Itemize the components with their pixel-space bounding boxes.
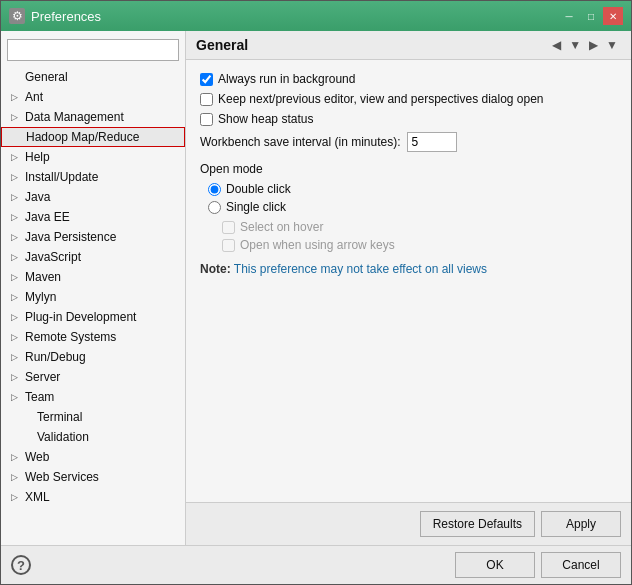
arrow-icon: ▷	[11, 192, 21, 202]
single-click-label: Single click	[226, 200, 286, 214]
sidebar-item-plugin-dev[interactable]: ▷ Plug-in Development	[1, 307, 185, 327]
sidebar-item-validation[interactable]: Validation	[1, 427, 185, 447]
title-bar: ⚙ Preferences ─ □ ✕	[1, 1, 631, 31]
arrow-icon: ▷	[11, 112, 21, 122]
arrow-icon: ▷	[11, 352, 21, 362]
sidebar-item-java-ee[interactable]: ▷ Java EE	[1, 207, 185, 227]
sidebar-item-label: XML	[25, 490, 179, 504]
search-box[interactable]	[7, 39, 179, 61]
arrow-icon: ▷	[11, 172, 21, 182]
back-button[interactable]: ◀	[549, 37, 564, 53]
arrow-icon: ▷	[11, 312, 21, 322]
sidebar-item-help[interactable]: ▷ Help	[1, 147, 185, 167]
workbench-save-row: Workbench save interval (in minutes):	[200, 132, 617, 152]
restore-defaults-button[interactable]: Restore Defaults	[420, 511, 535, 537]
sidebar-item-hadoop[interactable]: Hadoop Map/Reduce	[1, 127, 185, 147]
footer-left: ?	[11, 555, 31, 575]
sidebar-item-label: Validation	[37, 430, 179, 444]
arrow-icon: ▷	[11, 392, 21, 402]
arrow-icon: ▷	[11, 152, 21, 162]
sidebar: General ▷ Ant ▷ Data Management Hadoop M…	[1, 31, 186, 545]
arrow-icon: ▷	[11, 292, 21, 302]
open-arrow-keys-row: Open when using arrow keys	[222, 238, 617, 252]
nav-arrows: ◀ ▼ ▶ ▼	[549, 37, 621, 53]
minimize-button[interactable]: ─	[559, 7, 579, 25]
arrow-icon: ▷	[11, 232, 21, 242]
title-bar-left: ⚙ Preferences	[9, 8, 101, 24]
apply-button[interactable]: Apply	[541, 511, 621, 537]
sidebar-item-maven[interactable]: ▷ Maven	[1, 267, 185, 287]
arrow-icon: ▷	[11, 252, 21, 262]
sidebar-item-ant[interactable]: ▷ Ant	[1, 87, 185, 107]
sidebar-item-label: JavaScript	[25, 250, 179, 264]
forward-dropdown-button[interactable]: ▼	[603, 37, 621, 53]
sidebar-item-install-update[interactable]: ▷ Install/Update	[1, 167, 185, 187]
sidebar-item-label: Plug-in Development	[25, 310, 179, 324]
radio-group: Double click Single click	[200, 182, 617, 214]
sidebar-item-label: Remote Systems	[25, 330, 179, 344]
sidebar-item-xml[interactable]: ▷ XML	[1, 487, 185, 507]
select-on-hover-label: Select on hover	[240, 220, 323, 234]
open-mode-label: Open mode	[200, 162, 617, 176]
double-click-row: Double click	[208, 182, 617, 196]
ok-button[interactable]: OK	[455, 552, 535, 578]
select-on-hover-checkbox[interactable]	[222, 221, 235, 234]
always-run-label: Always run in background	[218, 72, 355, 86]
window-title: Preferences	[31, 9, 101, 24]
search-input[interactable]	[7, 39, 179, 61]
sidebar-item-mylyn[interactable]: ▷ Mylyn	[1, 287, 185, 307]
sidebar-item-label: Java	[25, 190, 179, 204]
keep-dialog-checkbox[interactable]	[200, 93, 213, 106]
content-header: General ◀ ▼ ▶ ▼	[186, 31, 631, 60]
content-body: Always run in background Keep next/previ…	[186, 60, 631, 502]
sidebar-item-javascript[interactable]: ▷ JavaScript	[1, 247, 185, 267]
arrow-icon: ▷	[11, 452, 21, 462]
workbench-save-input[interactable]	[407, 132, 457, 152]
sidebar-item-label: Maven	[25, 270, 179, 284]
single-click-row: Single click	[208, 200, 617, 214]
footer-buttons: OK Cancel	[455, 552, 621, 578]
footer: ? OK Cancel	[1, 545, 631, 584]
sidebar-item-label: Mylyn	[25, 290, 179, 304]
title-bar-controls: ─ □ ✕	[559, 7, 623, 25]
content-area: General ◀ ▼ ▶ ▼ Always run in background…	[186, 31, 631, 545]
help-button[interactable]: ?	[11, 555, 31, 575]
arrow-icon: ▷	[11, 212, 21, 222]
arrow-icon: ▷	[11, 372, 21, 382]
sidebar-item-web-services[interactable]: ▷ Web Services	[1, 467, 185, 487]
sidebar-item-terminal[interactable]: Terminal	[1, 407, 185, 427]
double-click-label: Double click	[226, 182, 291, 196]
maximize-button[interactable]: □	[581, 7, 601, 25]
sidebar-item-general[interactable]: General	[1, 67, 185, 87]
sidebar-item-java-persistence[interactable]: ▷ Java Persistence	[1, 227, 185, 247]
sidebar-item-label: Team	[25, 390, 179, 404]
bottom-buttons-area: Restore Defaults Apply	[186, 502, 631, 545]
sidebar-item-data-management[interactable]: ▷ Data Management	[1, 107, 185, 127]
single-click-radio[interactable]	[208, 201, 221, 214]
forward-button[interactable]: ▶	[586, 37, 601, 53]
arrow-icon: ▷	[11, 472, 21, 482]
sidebar-item-label: Hadoop Map/Reduce	[26, 130, 178, 144]
preferences-window: ⚙ Preferences ─ □ ✕ General ▷ Ant	[0, 0, 632, 585]
back-dropdown-button[interactable]: ▼	[566, 37, 584, 53]
open-arrow-keys-label: Open when using arrow keys	[240, 238, 395, 252]
sidebar-item-team[interactable]: ▷ Team	[1, 387, 185, 407]
sidebar-item-web[interactable]: ▷ Web	[1, 447, 185, 467]
open-arrow-keys-checkbox[interactable]	[222, 239, 235, 252]
workbench-save-label: Workbench save interval (in minutes):	[200, 135, 401, 149]
cancel-button[interactable]: Cancel	[541, 552, 621, 578]
sidebar-item-label: Ant	[25, 90, 179, 104]
double-click-radio[interactable]	[208, 183, 221, 196]
sidebar-item-label: Help	[25, 150, 179, 164]
sidebar-item-label: Java Persistence	[25, 230, 179, 244]
sidebar-item-server[interactable]: ▷ Server	[1, 367, 185, 387]
sidebar-item-run-debug[interactable]: ▷ Run/Debug	[1, 347, 185, 367]
sidebar-item-remote-systems[interactable]: ▷ Remote Systems	[1, 327, 185, 347]
note-text: This preference may not take effect on a…	[234, 262, 487, 276]
show-heap-checkbox[interactable]	[200, 113, 213, 126]
sidebar-item-java[interactable]: ▷ Java	[1, 187, 185, 207]
close-button[interactable]: ✕	[603, 7, 623, 25]
show-heap-row: Show heap status	[200, 112, 617, 126]
always-run-checkbox[interactable]	[200, 73, 213, 86]
sidebar-item-label: Java EE	[25, 210, 179, 224]
